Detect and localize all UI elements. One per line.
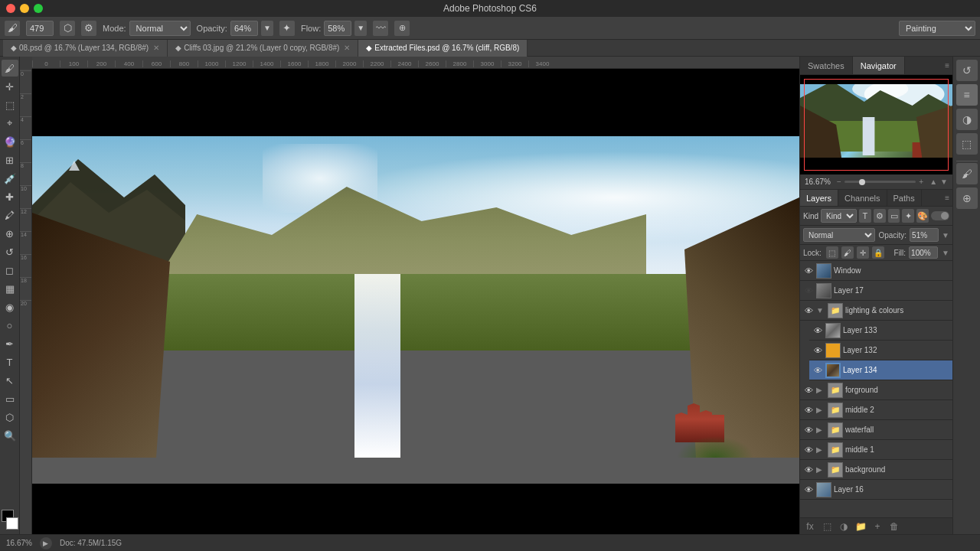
add-style-icon[interactable]: fx [803, 520, 817, 533]
filter-color-icon[interactable]: 🎨 [916, 209, 929, 223]
layer-vis-132[interactable]: 👁 [812, 345, 823, 356]
lock-image-btn[interactable]: 🖌 [841, 246, 854, 259]
healing-tool[interactable]: ✚ [2, 188, 18, 205]
zoom-slider[interactable] [844, 181, 916, 183]
panel-masks-icon[interactable]: ⬚ [956, 133, 978, 155]
filter-toggle[interactable] [931, 211, 949, 220]
paint-tool[interactable]: 🖍 [2, 207, 18, 223]
status-toggle[interactable]: ▶ [40, 537, 52, 549]
clone-tool[interactable]: ⊕ [2, 225, 18, 242]
layer-item-middle2[interactable]: 👁 ▶ 📁 middle 2 [800, 400, 952, 420]
panel-history-icon[interactable]: ↺ [956, 60, 978, 81]
lasso-tool[interactable]: ⌖ [2, 115, 18, 132]
layer-vis-16[interactable]: 👁 [803, 484, 814, 495]
tab-swatches[interactable]: Swatches [800, 57, 853, 74]
tab-paths[interactable]: Paths [887, 190, 922, 206]
layer-item-16[interactable]: 👁 Layer 16 [800, 480, 952, 500]
move-tool[interactable]: ✛ [2, 78, 18, 95]
marquee-tool[interactable]: ⬚ [2, 96, 18, 113]
filter-adjustment-icon[interactable]: ⚙ [874, 209, 886, 223]
gradient-tool[interactable]: ▦ [2, 280, 18, 297]
shape-tool[interactable]: ▭ [2, 390, 18, 407]
layer-item-132[interactable]: 👁 Layer 132 [809, 341, 952, 360]
panel-clone-icon[interactable]: ⊕ [956, 187, 978, 209]
navigator-image[interactable] [800, 75, 952, 174]
brush-options-icon[interactable]: ⚙ [81, 21, 96, 36]
expand-waterfall[interactable]: ▶ [816, 425, 825, 434]
filter-type-icon[interactable]: T [859, 209, 871, 223]
lock-all-btn[interactable]: 🔒 [872, 246, 884, 259]
eraser-tool[interactable]: ◻ [2, 262, 18, 279]
maximize-button[interactable] [34, 4, 43, 13]
layer-vis-waterfall[interactable]: 👁 [803, 425, 814, 435]
lock-position-btn[interactable]: ✛ [857, 246, 869, 259]
layer-vis-background[interactable]: 👁 [803, 465, 814, 475]
opacity-input[interactable] [230, 21, 258, 36]
layer-item-134[interactable]: 👁 Layer 134 [809, 360, 952, 380]
flow-icon[interactable]: ▼ [354, 21, 367, 36]
panel-layers-icon[interactable]: ≡ [956, 84, 978, 106]
add-layer-icon[interactable]: + [871, 520, 884, 533]
path-select-tool[interactable]: ↖ [2, 372, 18, 389]
zoom-down-icon[interactable]: ▼ [940, 178, 948, 186]
tab-channels[interactable]: Channels [838, 190, 887, 206]
zoom-out-icon[interactable]: − [837, 178, 841, 186]
fill-input[interactable] [909, 246, 938, 259]
tab-close-1[interactable]: ✕ [344, 44, 350, 52]
layers-menu-icon[interactable]: ≡ [945, 194, 949, 202]
layer-vis-middle2[interactable]: 👁 [803, 405, 814, 416]
extra-icon[interactable]: ⊕ [394, 21, 410, 36]
opacity-icon[interactable]: ▼ [261, 21, 273, 36]
crop-tool[interactable]: ⊞ [2, 152, 18, 168]
tab-cliffs[interactable]: ◆ Cliffs 03.jpg @ 21.2% (Layer 0 copy, R… [168, 40, 358, 57]
add-folder-icon[interactable]: 📁 [854, 520, 867, 533]
panel-brushes-icon[interactable]: 🖌 [956, 163, 978, 184]
layer-item-waterfall[interactable]: 👁 ▶ 📁 waterfall [800, 420, 952, 440]
workspace-select[interactable]: Painting [899, 21, 975, 36]
expand-forground[interactable]: ▶ [816, 386, 825, 394]
eyedropper-tool[interactable]: 💉 [2, 170, 18, 187]
expand-lighting[interactable]: ▼ [816, 306, 825, 315]
flow-input[interactable] [324, 21, 351, 36]
tab-08psd[interactable]: ◆ 08.psd @ 16.7% (Layer 134, RGB/8#) ✕ [3, 40, 168, 57]
add-adjustment-icon[interactable]: ◑ [837, 520, 851, 533]
delete-layer-icon[interactable]: 🗑 [887, 520, 901, 533]
3d-tool[interactable]: ⬡ [2, 409, 18, 425]
quick-select-tool[interactable]: 🔮 [2, 133, 18, 150]
panel-adjustments-icon[interactable]: ◑ [956, 109, 978, 130]
blur-tool[interactable]: ◉ [2, 298, 18, 315]
expand-background[interactable]: ▶ [816, 465, 825, 474]
airbrush-icon[interactable]: ✦ [279, 21, 295, 36]
layer-item-window[interactable]: 👁 Window [800, 261, 952, 281]
flow-pressure-icon[interactable]: 〰 [373, 21, 388, 36]
add-mask-icon[interactable]: ⬚ [820, 520, 834, 533]
lock-transparent-btn[interactable]: ⬚ [826, 246, 838, 259]
canvas-view[interactable] [32, 69, 799, 534]
layer-item-lighting[interactable]: 👁 ▼ 📁 lighting & colours [800, 301, 952, 321]
zoom-up-icon[interactable]: ▲ [929, 178, 937, 186]
layer-item-forground[interactable]: 👁 ▶ 📁 forground [800, 380, 952, 400]
kind-filter-select[interactable]: Kind [821, 209, 857, 223]
mode-select[interactable]: Normal [129, 21, 191, 36]
expand-middle2[interactable]: ▶ [816, 406, 825, 414]
history-tool[interactable]: ↺ [2, 243, 18, 260]
filter-smartobj-icon[interactable]: ✦ [902, 209, 914, 223]
zoom-in-icon[interactable]: + [919, 178, 923, 186]
tab-extracted[interactable]: ◆ Extracted Files.psd @ 16.7% (cliff, RG… [358, 40, 528, 57]
tab-navigator[interactable]: Navigator [853, 57, 905, 74]
layer-item-133[interactable]: 👁 Layer 133 [809, 321, 952, 341]
brush-tool[interactable]: 🖌 [2, 60, 18, 77]
filter-shape-icon[interactable]: ▭ [888, 209, 900, 223]
brush-tool-icon[interactable]: 🖌 [5, 21, 20, 36]
layer-vis-lighting[interactable]: 👁 [803, 305, 814, 316]
layer-item-background[interactable]: 👁 ▶ 📁 background [800, 460, 952, 480]
zoom-tool[interactable]: 🔍 [2, 427, 18, 444]
tab-layers[interactable]: Layers [800, 190, 838, 206]
layer-vis-17[interactable]: 👁 [803, 285, 814, 296]
panel-menu-icon[interactable]: ≡ [945, 61, 949, 70]
opacity-down-icon[interactable]: ▼ [942, 231, 949, 240]
pen-tool[interactable]: ✒ [2, 335, 18, 352]
background-color[interactable] [6, 517, 18, 530]
layer-item-middle1[interactable]: 👁 ▶ 📁 middle 1 [800, 440, 952, 460]
layer-vis-middle1[interactable]: 👁 [803, 445, 814, 455]
